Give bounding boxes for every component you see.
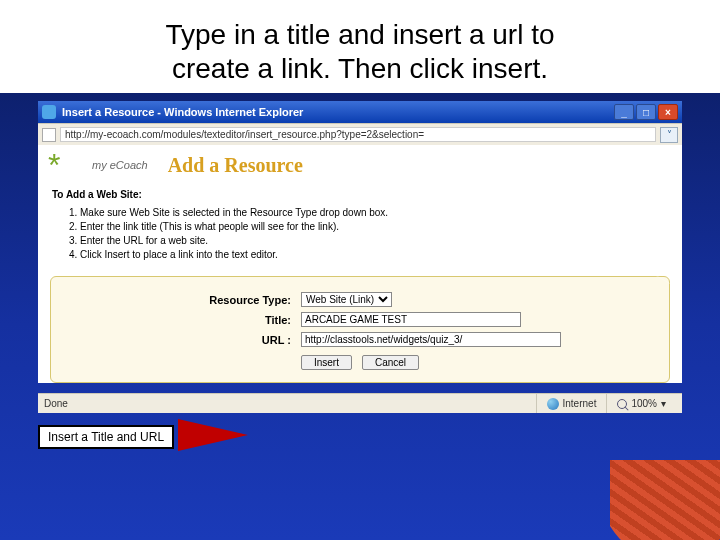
cancel-button[interactable]: Cancel bbox=[362, 355, 419, 370]
maximize-button[interactable]: □ bbox=[636, 104, 656, 120]
arrow-icon bbox=[178, 419, 248, 451]
ie-icon bbox=[42, 105, 56, 119]
url-input[interactable] bbox=[301, 332, 561, 347]
title-label: Title: bbox=[51, 314, 301, 326]
logo-text: my eCoach bbox=[92, 159, 148, 171]
annotation-callout: Insert a Title and URL bbox=[38, 425, 174, 449]
resource-type-select[interactable]: Web Site (Link) bbox=[301, 292, 392, 307]
instructions-subhead: To Add a Web Site: bbox=[52, 189, 668, 200]
page-header: my eCoach Add a Resource bbox=[38, 145, 682, 185]
window-title: Insert a Resource - Windows Internet Exp… bbox=[62, 106, 303, 118]
resource-type-label: Resource Type: bbox=[51, 294, 301, 306]
title-input[interactable] bbox=[301, 312, 521, 327]
instruction-step: Click Insert to place a link into the te… bbox=[80, 248, 668, 262]
insert-button[interactable]: Insert bbox=[301, 355, 352, 370]
browser-window: Insert a Resource - Windows Internet Exp… bbox=[38, 101, 682, 413]
status-bar: Done Internet 100% ▾ bbox=[38, 393, 682, 413]
address-url[interactable]: http://my-ecoach.com/modules/texteditor/… bbox=[60, 127, 656, 142]
instruction-step: Enter the URL for a web site. bbox=[80, 234, 668, 248]
window-titlebar[interactable]: Insert a Resource - Windows Internet Exp… bbox=[38, 101, 682, 123]
globe-icon bbox=[547, 398, 559, 410]
slide-title: Type in a title and insert a url to crea… bbox=[0, 0, 720, 93]
url-label: URL : bbox=[51, 334, 301, 346]
close-button[interactable]: × bbox=[658, 104, 678, 120]
decorative-corner bbox=[610, 460, 720, 540]
page-icon bbox=[42, 128, 56, 142]
page-content: my eCoach Add a Resource To Add a Web Si… bbox=[38, 145, 682, 383]
status-zoom[interactable]: 100% ▾ bbox=[606, 394, 676, 413]
resource-form: Resource Type: Web Site (Link) Title: UR… bbox=[50, 276, 670, 383]
minimize-button[interactable]: _ bbox=[614, 104, 634, 120]
instructions: To Add a Web Site: Make sure Web Site is… bbox=[38, 185, 682, 272]
zoom-icon bbox=[617, 399, 627, 409]
callout-text: Insert a Title and URL bbox=[38, 425, 174, 449]
address-bar: http://my-ecoach.com/modules/texteditor/… bbox=[38, 123, 682, 145]
status-zone: Internet bbox=[536, 394, 607, 413]
status-done: Done bbox=[44, 398, 68, 409]
page-heading: Add a Resource bbox=[168, 154, 303, 177]
address-go-button[interactable]: ˅ bbox=[660, 127, 678, 143]
ecoach-logo-icon bbox=[48, 151, 84, 179]
